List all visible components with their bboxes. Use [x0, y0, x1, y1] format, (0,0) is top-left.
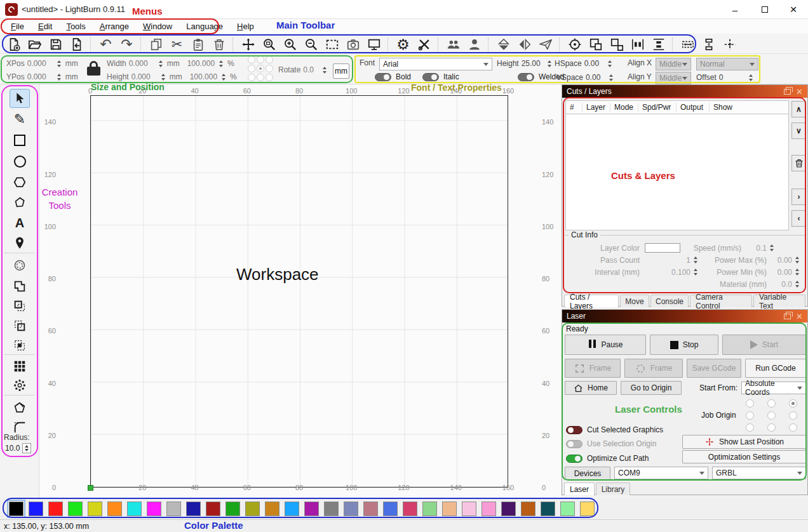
- polygon-tool[interactable]: [10, 173, 30, 192]
- ypos-spinner[interactable]: [55, 72, 63, 82]
- palette-swatch-3[interactable]: [68, 502, 83, 516]
- frame-selection-button[interactable]: [323, 36, 340, 53]
- palette-swatch-14[interactable]: [285, 502, 299, 516]
- tab-console[interactable]: Console: [650, 295, 689, 307]
- job-origin-bottom-right[interactable]: [789, 423, 797, 432]
- apply-path-tool[interactable]: [10, 398, 30, 417]
- mirror-button[interactable]: [537, 36, 554, 53]
- menu-file[interactable]: File: [4, 20, 31, 32]
- circular-array-tool[interactable]: [10, 376, 30, 395]
- offset-shapes-tool[interactable]: [10, 256, 30, 275]
- job-origin-top-center[interactable]: [767, 399, 776, 408]
- height-field[interactable]: Height 0.000 mm 100.000 %: [107, 72, 237, 82]
- menu-window[interactable]: Window: [136, 20, 179, 32]
- palette-swatch-5[interactable]: [107, 502, 122, 516]
- boolean-subtract-tool[interactable]: [10, 296, 30, 316]
- bold-toggle[interactable]: Bold: [375, 72, 411, 81]
- rotate-spinner[interactable]: [321, 65, 328, 75]
- lock-aspect-icon[interactable]: [87, 61, 101, 76]
- palette-swatch-29[interactable]: [580, 502, 595, 516]
- camera-capture-button[interactable]: [344, 36, 361, 53]
- menu-edit[interactable]: Edit: [31, 20, 59, 32]
- italic-toggle[interactable]: Italic: [422, 72, 459, 81]
- save-file-button[interactable]: [47, 36, 64, 53]
- workspace-bed-grid[interactable]: [90, 95, 508, 488]
- font-combo[interactable]: Arial: [379, 58, 492, 70]
- job-origin-mid-left[interactable]: [746, 411, 754, 420]
- tab-move[interactable]: Move: [620, 295, 649, 307]
- workspace-area[interactable]: 0204060801001201401602040608010012014016…: [39, 84, 562, 498]
- boolean-intersect-tool[interactable]: [10, 336, 30, 355]
- user-account-button[interactable]: [466, 36, 483, 53]
- move-to-position-button[interactable]: [721, 36, 738, 53]
- settings-button[interactable]: ⚙: [394, 36, 412, 53]
- palette-swatch-28[interactable]: [560, 502, 575, 516]
- hspace-field[interactable]: HSpace 0.00: [555, 58, 614, 69]
- palette-swatch-10[interactable]: [206, 502, 220, 516]
- device-settings-button[interactable]: [415, 36, 433, 53]
- paste-button[interactable]: [189, 36, 206, 53]
- radius-spinner[interactable]: [22, 443, 31, 453]
- optimize-cut-path-toggle[interactable]: Optimize Cut Path: [566, 454, 649, 463]
- interval-spinner[interactable]: [692, 267, 699, 277]
- palette-swatch-13[interactable]: [265, 502, 279, 516]
- maximize-button[interactable]: [750, 0, 779, 19]
- distribute-horizontal-button[interactable]: [629, 36, 646, 53]
- palette-swatch-20[interactable]: [403, 502, 417, 516]
- cut-selected-toggle[interactable]: Cut Selected Graphics: [566, 425, 663, 434]
- tab-camera-control[interactable]: Camera Control: [690, 295, 752, 307]
- palette-swatch-15[interactable]: [304, 502, 319, 516]
- palette-swatch-7[interactable]: [147, 502, 161, 516]
- rectangle-tool[interactable]: [10, 131, 30, 150]
- job-origin-mid-right[interactable]: [789, 411, 797, 420]
- height-spinner[interactable]: [159, 72, 167, 82]
- palette-swatch-17[interactable]: [344, 502, 358, 516]
- minimize-button[interactable]: –: [720, 0, 750, 19]
- aligny-combo[interactable]: Middle: [656, 72, 691, 84]
- device-combo[interactable]: GRBL: [712, 467, 806, 479]
- palette-swatch-4[interactable]: [88, 502, 102, 516]
- optimize-cut-path-toggle-switch[interactable]: [566, 455, 582, 463]
- palette-swatch-25[interactable]: [501, 502, 516, 516]
- palette-swatch-16[interactable]: [324, 502, 339, 516]
- close-panel-icon[interactable]: ✕: [796, 312, 803, 321]
- job-origin-bottom-left[interactable]: [746, 423, 754, 432]
- run-gcode-button[interactable]: Run GCode: [745, 359, 806, 378]
- job-origin-bottom-center[interactable]: [767, 423, 776, 432]
- speed-spinner[interactable]: [768, 243, 776, 253]
- hspace-spinner[interactable]: [606, 58, 614, 69]
- palette-swatch-2[interactable]: [48, 502, 63, 516]
- layer-move-up-button[interactable]: ∧: [791, 101, 806, 117]
- zoom-out-button[interactable]: [302, 36, 320, 53]
- power-max-spinner[interactable]: [793, 255, 801, 265]
- open-file-button[interactable]: [26, 36, 43, 53]
- anchor-center[interactable]: [257, 65, 264, 72]
- palette-swatch-8[interactable]: [166, 502, 181, 516]
- palette-swatch-12[interactable]: [245, 502, 260, 516]
- palette-swatch-11[interactable]: [226, 502, 240, 516]
- multi-machine-button[interactable]: [445, 36, 462, 53]
- ellipse-tool[interactable]: [10, 152, 30, 171]
- go-to-origin-button[interactable]: Go to Origin: [621, 381, 682, 395]
- laser-titlebar[interactable]: Laser ✕: [562, 310, 807, 323]
- home-button[interactable]: Home: [565, 381, 617, 395]
- offset-field[interactable]: Offset 0: [696, 72, 755, 83]
- flip-vertical-button[interactable]: [495, 36, 512, 53]
- vspace-spinner[interactable]: [607, 72, 615, 83]
- use-selection-origin-toggle-switch[interactable]: [566, 440, 582, 448]
- vspace-field[interactable]: VSpace 0.00: [556, 72, 615, 83]
- layer-left-button[interactable]: ‹: [791, 210, 806, 227]
- ypos-field[interactable]: YPos 0.000 mm: [6, 72, 78, 82]
- xpos-field[interactable]: XPos 0.000 mm: [6, 58, 78, 69]
- cuts-layers-titlebar[interactable]: Cuts / Layers ✕: [562, 85, 807, 98]
- layer-color-swatch[interactable]: [645, 243, 680, 253]
- select-tool[interactable]: [10, 89, 30, 108]
- radius-field[interactable]: 10.0: [5, 443, 31, 453]
- palette-swatch-26[interactable]: [521, 502, 535, 516]
- close-button[interactable]: ×: [779, 0, 808, 19]
- port-combo[interactable]: COM9: [614, 467, 708, 479]
- material-spinner[interactable]: [793, 279, 801, 289]
- push-apart-button[interactable]: [700, 36, 717, 53]
- height-pct-spinner[interactable]: [220, 72, 227, 82]
- pan-view-button[interactable]: [239, 36, 257, 53]
